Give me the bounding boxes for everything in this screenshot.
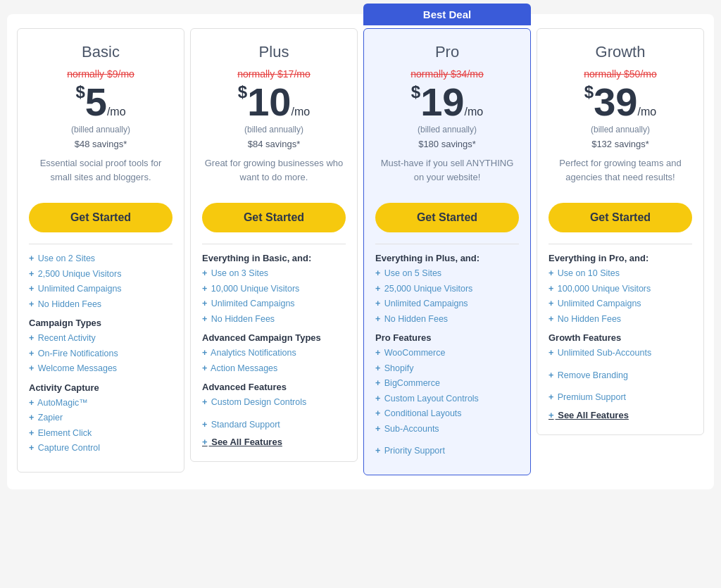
feature-item: + AutoMagic™ bbox=[29, 397, 173, 410]
feature-item: + 100,000 Unique Visitors bbox=[548, 283, 692, 296]
divider-growth bbox=[548, 244, 692, 244]
feature-item: + 25,000 Unique Visitors bbox=[375, 283, 519, 296]
price-amount: 5 bbox=[85, 80, 107, 124]
price-plus: $10/mo bbox=[202, 82, 346, 122]
plus-icon: + bbox=[375, 378, 380, 388]
savings-basic: $48 savings* bbox=[29, 139, 173, 149]
feature-section-title: Growth Features bbox=[548, 332, 692, 343]
dollar-sign: $ bbox=[238, 82, 247, 101]
feature-section-title: Everything in Pro, and: bbox=[548, 253, 692, 263]
plus-icon: + bbox=[202, 268, 207, 278]
plus-icon: + bbox=[375, 268, 380, 278]
plus-icon: + bbox=[202, 363, 207, 373]
price-amount: 19 bbox=[420, 80, 464, 124]
plus-icon: + bbox=[548, 314, 553, 324]
feature-item: + No Hidden Fees bbox=[375, 313, 519, 326]
price-basic: $5/mo bbox=[29, 82, 173, 122]
best-deal-badge: Best Deal bbox=[363, 4, 531, 25]
feature-item: + On-Fire Notifications bbox=[29, 348, 173, 361]
feature-section-title: Everything in Basic, and: bbox=[202, 253, 346, 263]
feature-item: + Analytics Notifications bbox=[202, 347, 346, 360]
plus-icon: + bbox=[202, 314, 207, 324]
plus-icon: + bbox=[29, 269, 34, 279]
original-price-plus: normally $17/mo bbox=[202, 68, 346, 80]
feature-section-title: Activity Capture bbox=[29, 382, 173, 393]
plus-icon: + bbox=[29, 363, 34, 373]
description-growth: Perfect for growing teams and agencies t… bbox=[548, 156, 692, 193]
plus-icon: + bbox=[375, 348, 380, 358]
feature-item: + Remove Branding bbox=[548, 370, 692, 382]
per-mo: /mo bbox=[464, 106, 483, 118]
original-price-basic: normally $9/mo bbox=[29, 68, 173, 80]
feature-item: + Unlimited Sub-Accounts bbox=[548, 347, 692, 360]
get-started-btn-plus[interactable]: Get Started bbox=[202, 203, 346, 232]
feature-item: + Action Messages bbox=[202, 363, 346, 375]
get-started-btn-growth[interactable]: Get Started bbox=[548, 203, 692, 232]
get-started-btn-pro[interactable]: Get Started bbox=[375, 203, 519, 232]
plus-icon: + bbox=[375, 299, 380, 308]
feature-item: + Standard Support bbox=[202, 419, 346, 432]
billed-annually-plus: (billed annually) bbox=[202, 125, 346, 135]
per-mo: /mo bbox=[107, 106, 126, 118]
plus-icon: + bbox=[548, 370, 553, 380]
feature-spacer bbox=[548, 384, 692, 389]
plus-icon: + bbox=[375, 408, 380, 418]
divider-basic bbox=[29, 244, 173, 244]
plus-icon: + bbox=[548, 299, 553, 308]
feature-spacer bbox=[202, 412, 346, 416]
billed-annually-basic: (billed annually) bbox=[29, 125, 173, 135]
features-basic: + Use on 2 Sites+ 2,500 Unique Visitors+… bbox=[29, 253, 173, 455]
feature-item: + Conditional Layouts bbox=[375, 408, 519, 420]
plus-icon: + bbox=[375, 446, 380, 456]
plan-title-plus: Plus bbox=[202, 43, 346, 61]
feature-item: + Unlimited Campaigns bbox=[202, 298, 346, 311]
feature-item: + Capture Control bbox=[29, 442, 173, 455]
feature-item: + Zapier bbox=[29, 412, 173, 425]
plan-title-pro: Pro bbox=[375, 43, 519, 61]
feature-spacer bbox=[548, 363, 692, 367]
dollar-sign: $ bbox=[584, 82, 594, 101]
plus-icon: + bbox=[202, 299, 207, 308]
get-started-btn-basic[interactable]: Get Started bbox=[29, 203, 173, 232]
plus-icon: + bbox=[29, 428, 34, 438]
plus-icon: + bbox=[375, 363, 380, 373]
plan-title-basic: Basic bbox=[29, 43, 173, 61]
plus-icon: + bbox=[202, 397, 207, 407]
plan-title-growth: Growth bbox=[548, 43, 692, 61]
feature-item: + Unlimited Campaigns bbox=[548, 298, 692, 311]
feature-section-title: Advanced Features bbox=[202, 382, 346, 392]
plus-icon: + bbox=[375, 284, 380, 294]
feature-item: + Recent Activity bbox=[29, 332, 173, 345]
plus-icon: + bbox=[29, 254, 34, 263]
dollar-sign: $ bbox=[75, 82, 84, 101]
feature-item: + 10,000 Unique Visitors bbox=[202, 283, 346, 296]
feature-item: + Use on 10 Sites bbox=[548, 268, 692, 280]
dollar-sign: $ bbox=[411, 82, 420, 101]
feature-item: + Element Click bbox=[29, 427, 173, 440]
divider-plus bbox=[202, 244, 346, 244]
feature-section-title: Pro Features bbox=[375, 332, 519, 343]
price-amount: 39 bbox=[594, 80, 637, 124]
see-all-link-plus[interactable]: + See All Features bbox=[202, 437, 346, 447]
feature-item: + Use on 2 Sites bbox=[29, 253, 173, 265]
feature-item: + Sub-Accounts bbox=[375, 423, 519, 436]
plus-icon: + bbox=[202, 284, 207, 294]
plans-container: Basicnormally $9/mo $5/mo (billed annual… bbox=[14, 28, 707, 475]
feature-item: + Unlimited Campaigns bbox=[375, 298, 519, 311]
billed-annually-growth: (billed annually) bbox=[548, 125, 692, 135]
plan-card-pro: Best DealPronormally $34/mo $19/mo (bill… bbox=[363, 28, 531, 475]
plus-icon: + bbox=[375, 314, 380, 324]
description-basic: Essential social proof tools for small s… bbox=[29, 156, 173, 193]
feature-section-title: Everything in Plus, and: bbox=[375, 253, 519, 263]
plus-icon: + bbox=[29, 333, 34, 343]
features-plus: Everything in Basic, and:+ Use on 3 Site… bbox=[202, 253, 346, 447]
feature-item: + No Hidden Fees bbox=[548, 313, 692, 326]
description-pro: Must-have if you sell ANYTHING on your w… bbox=[375, 156, 519, 193]
plus-icon: + bbox=[548, 268, 553, 278]
feature-item: + WooCommerce bbox=[375, 347, 519, 360]
savings-pro: $180 savings* bbox=[375, 139, 519, 149]
savings-growth: $132 savings* bbox=[548, 139, 692, 149]
feature-item: + Custom Design Controls bbox=[202, 396, 346, 409]
see-all-link-growth[interactable]: + See All Features bbox=[548, 410, 692, 420]
plus-icon: + bbox=[29, 299, 34, 309]
